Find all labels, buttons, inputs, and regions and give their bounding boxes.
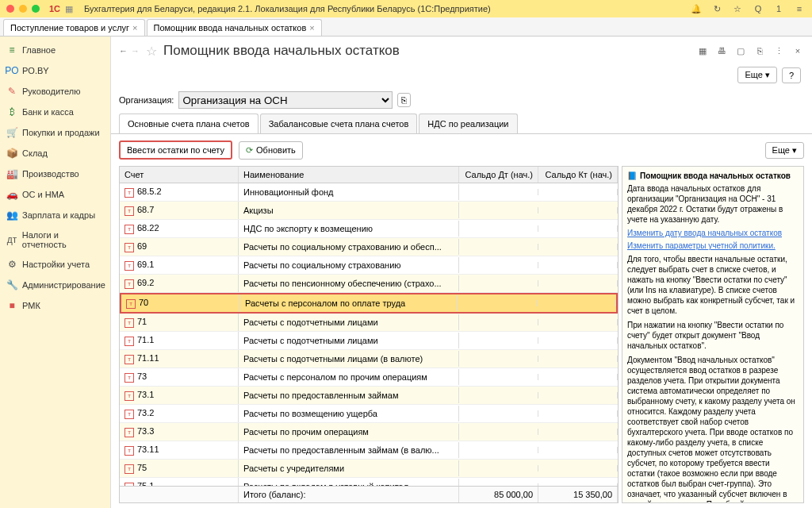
nav-label: Администрирование xyxy=(22,280,105,290)
col-debit[interactable]: Сальдо Дт (нач.) xyxy=(459,167,538,183)
account-icon: т xyxy=(124,337,134,346)
sidebar-item[interactable]: 👥Зарплата и кадры xyxy=(0,205,110,225)
help-text: Документом "Ввод начальных остатков" осу… xyxy=(627,355,799,503)
account-icon: т xyxy=(124,225,134,234)
nav-icon: ₿ xyxy=(6,106,17,117)
help-button[interactable]: ? xyxy=(782,67,801,83)
sidebar-item[interactable]: POPO.BY xyxy=(0,60,110,81)
change-date-link[interactable]: Изменить дату ввода начальных остатков xyxy=(627,229,799,237)
sidebar-item[interactable]: 🛒Покупки и продажи xyxy=(0,122,110,143)
report-icon[interactable]: ▦ xyxy=(696,46,709,56)
account-icon: т xyxy=(124,428,134,437)
nav-label: Налоги и отчетность xyxy=(22,230,104,249)
nav-label: Производство xyxy=(22,169,79,179)
maximize-window-icon[interactable] xyxy=(32,5,40,13)
subtab-vat[interactable]: НДС по реализации xyxy=(419,114,517,133)
table-row[interactable]: т71.1Расчеты с подотчетными лицами xyxy=(120,332,618,350)
enter-balances-button[interactable]: Ввести остатки по счету xyxy=(119,140,232,160)
table-row[interactable]: т73.2Расчеты по возмещению ущерба xyxy=(120,405,618,423)
favorite-icon[interactable]: ☆ xyxy=(146,44,157,59)
sidebar-item[interactable]: 🚗ОС и НМА xyxy=(0,184,110,205)
col-name[interactable]: Наименование xyxy=(239,167,459,183)
nav-icon: ■ xyxy=(6,300,17,311)
table-row[interactable]: т68.22НДС по экспорту к возмещению xyxy=(120,220,618,238)
org-open-icon[interactable]: ⎘ xyxy=(397,93,411,107)
account-icon: т xyxy=(124,206,134,216)
grid-icon[interactable]: ▦ xyxy=(65,4,73,14)
sidebar: ≡ГлавноеPOPO.BY✎Руководителю₿Банк и касс… xyxy=(0,37,111,508)
footer-label: Итого (баланс): xyxy=(239,487,459,502)
table-more-button[interactable]: Еще ▾ xyxy=(765,142,804,159)
table-row[interactable]: т70Расчеты с персоналом по оплате труда xyxy=(120,293,618,314)
table-row[interactable]: т71.11Расчеты с подотчетными лицами (в в… xyxy=(120,350,618,368)
close-icon[interactable]: × xyxy=(309,23,314,33)
close-page-icon[interactable]: × xyxy=(791,46,804,56)
account-icon: т xyxy=(124,446,134,456)
close-icon[interactable]: × xyxy=(132,23,137,33)
nav-icon: ≡ xyxy=(6,44,17,56)
nav-icon: 🛒 xyxy=(6,127,17,138)
account-icon: т xyxy=(124,243,134,252)
sidebar-item[interactable]: 📦Склад xyxy=(0,143,110,164)
footer-credit: 15 350,00 xyxy=(538,487,618,502)
table-row[interactable]: т73.1Расчеты по предоставленным займам xyxy=(120,387,618,405)
star-icon[interactable]: ☆ xyxy=(731,4,744,14)
more-icon[interactable]: ⋮ xyxy=(772,46,785,56)
history-icon[interactable]: ↻ xyxy=(710,4,723,14)
bell-icon[interactable]: 🔔 xyxy=(690,4,703,14)
sidebar-item[interactable]: 🏭Производство xyxy=(0,164,110,184)
user-icon[interactable]: 1 xyxy=(772,4,785,14)
nav-label: Склад xyxy=(22,148,48,158)
table-row[interactable]: т75.1Расчеты по вкладам в уставный капит… xyxy=(120,478,618,486)
subtab-offbalance[interactable]: Забалансовые счета плана счетов xyxy=(260,114,418,133)
sidebar-item[interactable]: ₿Банк и касса xyxy=(0,102,110,122)
table-row[interactable]: т75Расчеты с учредителями xyxy=(120,460,618,478)
forward-icon[interactable]: → xyxy=(131,46,140,56)
tab-receipt[interactable]: Поступление товаров и услуг × xyxy=(3,19,145,36)
nav-label: РМК xyxy=(22,301,40,310)
help-text: Для того, чтобы ввести начальные остатки… xyxy=(627,254,799,316)
refresh-icon: ⟳ xyxy=(246,145,253,156)
back-icon[interactable]: ← xyxy=(119,46,128,56)
more-button[interactable]: Еще ▾ xyxy=(737,67,776,83)
link-icon[interactable]: ⎘ xyxy=(753,46,766,56)
col-credit[interactable]: Сальдо Кт (нач.) xyxy=(538,167,618,183)
nav-icon: дт xyxy=(6,234,17,245)
account-icon: т xyxy=(124,355,134,364)
org-select[interactable]: Организация на ОСН xyxy=(178,91,393,109)
sidebar-item[interactable]: ≡Главное xyxy=(0,40,110,60)
app-logo: 1С xyxy=(49,4,60,13)
nav-label: Главное xyxy=(22,45,56,55)
nav-label: Руководителю xyxy=(22,87,80,96)
table-row[interactable]: т68.5.2Инновационный фонд xyxy=(120,183,618,202)
document-tabs: Поступление товаров и услуг × Помощник в… xyxy=(0,17,812,37)
minimize-window-icon[interactable] xyxy=(19,5,27,13)
subtab-main[interactable]: Основные счета плана счетов xyxy=(119,114,259,133)
col-account[interactable]: Счет xyxy=(120,167,239,183)
sidebar-item[interactable]: дтНалоги и отчетность xyxy=(0,225,110,254)
close-window-icon[interactable] xyxy=(6,5,14,13)
table-row[interactable]: т69.1Расчеты по социальному страхованию xyxy=(120,256,618,275)
table-row[interactable]: т69Расчеты по социальному страхованию и … xyxy=(120,238,618,256)
table-row[interactable]: т71Расчеты с подотчетными лицами xyxy=(120,314,618,332)
footer-debit: 85 000,00 xyxy=(459,487,538,502)
table-row[interactable]: т73Расчеты с персоналом по прочим операц… xyxy=(120,368,618,387)
sidebar-item[interactable]: 🔧Администрирование xyxy=(0,275,110,295)
search-icon[interactable]: Q xyxy=(752,4,764,14)
sidebar-item[interactable]: ✎Руководителю xyxy=(0,81,110,102)
table-row[interactable]: т68.7Акцизы xyxy=(120,202,618,220)
tab-assistant[interactable]: Помощник ввода начальных остатков × xyxy=(147,19,322,36)
change-policy-link[interactable]: Изменить параметры учетной политики. xyxy=(627,241,799,250)
nav-label: Покупки и продажи xyxy=(22,128,100,137)
nav-label: Банк и касса xyxy=(22,107,74,117)
menu-icon[interactable]: ≡ xyxy=(793,4,806,14)
refresh-button[interactable]: ⟳ Обновить xyxy=(239,141,303,160)
doc-icon[interactable]: ▢ xyxy=(734,46,747,56)
print-icon[interactable]: 🖶 xyxy=(715,46,728,56)
help-text: Дата ввода начальных остатков для органи… xyxy=(627,183,799,225)
sidebar-item[interactable]: ■РМК xyxy=(0,295,110,316)
table-row[interactable]: т73.3Расчеты по прочим операциям xyxy=(120,423,618,441)
table-row[interactable]: т69.2Расчеты по пенсионному обеспечению … xyxy=(120,275,618,293)
sidebar-item[interactable]: ⚙Настройки учета xyxy=(0,254,110,275)
table-row[interactable]: т73.11Расчеты по предоставленным займам … xyxy=(120,441,618,460)
